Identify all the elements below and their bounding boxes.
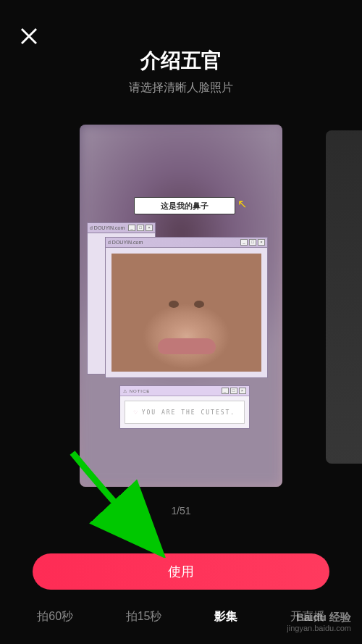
notice-window: ⚠ NOTICE _ □ × ♡ YOU ARE THE CUTEST. <box>119 385 250 429</box>
cursor-icon: ↖ <box>237 197 247 211</box>
watermark: Baidu 经验 jingyan.baidu.com <box>287 611 351 633</box>
close-window-icon: × <box>146 225 153 231</box>
window-titlebar: d DOUYIN.com _ □ × <box>88 223 155 233</box>
face-photo <box>111 254 261 372</box>
tab-15s[interactable]: 拍15秒 <box>120 606 168 628</box>
page-indicator: 1/51 <box>0 505 362 517</box>
notice-content: ♡ YOU ARE THE CUTEST. <box>120 396 249 428</box>
maximize-icon: □ <box>230 388 237 394</box>
watermark-url: jingyan.baidu.com <box>287 624 351 633</box>
face-feature <box>194 301 204 308</box>
close-button[interactable] <box>18 25 40 47</box>
retro-window-front: d DOUYIN.com _ □ × <box>105 237 268 378</box>
next-template-peek[interactable] <box>326 130 362 464</box>
window-controls: _ □ × <box>240 239 265 246</box>
watermark-brand: Baidu 经验 <box>287 611 351 624</box>
close-window-icon: × <box>239 388 246 394</box>
page-title: 介绍五官 <box>0 47 362 75</box>
maximize-icon: □ <box>249 239 256 246</box>
window-title: d DOUYIN.com <box>90 225 125 230</box>
page-subtitle: 请选择清晰人脸照片 <box>0 80 362 96</box>
tab-album[interactable]: 影集 <box>209 606 243 628</box>
tab-60s[interactable]: 拍60秒 <box>31 606 79 628</box>
window-titlebar: d DOUYIN.com _ □ × <box>106 238 267 248</box>
template-card[interactable]: 这是我的鼻子 ↖ d DOUYIN.com _ □ × d DOUYIN.com… <box>80 125 282 487</box>
use-button[interactable]: 使用 <box>33 553 329 590</box>
window-controls: _ □ × <box>222 388 246 394</box>
face-feature <box>158 338 216 354</box>
window-controls: _ □ × <box>128 225 153 231</box>
heart-icon: ♡ <box>134 409 139 416</box>
window-title: d DOUYIN.com <box>108 240 143 245</box>
close-window-icon: × <box>258 239 265 246</box>
close-icon <box>18 37 40 49</box>
notice-label: ⚠ NOTICE <box>123 388 150 393</box>
maximize-icon: □ <box>137 225 144 231</box>
window-content <box>106 248 267 377</box>
minimize-icon: _ <box>240 239 248 246</box>
cutest-text: YOU ARE THE CUTEST. <box>142 409 236 416</box>
speech-bubble: 这是我的鼻子 <box>134 197 235 214</box>
minimize-icon: _ <box>222 388 229 394</box>
face-feature <box>169 301 179 308</box>
minimize-icon: _ <box>128 225 135 231</box>
cutest-text-box: ♡ YOU ARE THE CUTEST. <box>125 401 245 424</box>
header: 介绍五官 请选择清晰人脸照片 <box>0 0 362 96</box>
template-preview-area: 这是我的鼻子 ↖ d DOUYIN.com _ □ × d DOUYIN.com… <box>0 110 362 501</box>
window-titlebar: ⚠ NOTICE _ □ × <box>120 386 249 396</box>
